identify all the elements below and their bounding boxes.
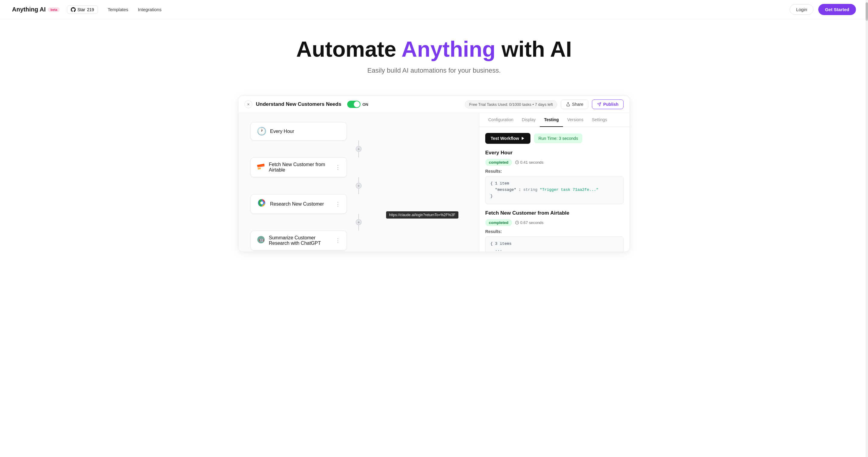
nav-integrations[interactable]: Integrations xyxy=(138,7,161,12)
github-star-count: 219 xyxy=(87,7,94,12)
toggle-label: ON xyxy=(362,102,368,107)
tooltip-url: https://claude.ai/login?returnTo=%2F%3F xyxy=(389,213,456,217)
time-badge-1: 0.41 seconds xyxy=(515,160,544,164)
get-started-button[interactable]: Get Started xyxy=(818,4,856,15)
code-block-2: { 3 items ... xyxy=(485,236,624,252)
tab-configuration[interactable]: Configuration xyxy=(484,113,518,127)
brand-name: Anything AI xyxy=(12,6,45,13)
node-research-label: Research New Customer xyxy=(270,201,324,207)
node-summarize-menu[interactable]: ⋮ xyxy=(335,237,341,244)
node-fetch-airtable[interactable]: Fetch New Customer from Airtable ⋮ xyxy=(250,157,347,177)
test-workflow-label: Test Workflow xyxy=(491,136,519,141)
nav-right: Login Get Started xyxy=(789,4,856,15)
connector-line-2 xyxy=(358,177,359,183)
clock-icon: 🕐 xyxy=(257,127,267,136)
panel-tabs: Configuration Display Testing Versions S… xyxy=(479,113,629,127)
beta-badge: beta xyxy=(48,7,60,12)
url-tooltip: https://claude.ai/login?returnTo=%2F%3F xyxy=(386,211,458,218)
connector-line-2b xyxy=(358,189,359,194)
headline-end: with AI xyxy=(495,37,572,61)
add-node-2[interactable] xyxy=(355,183,362,189)
add-node-3[interactable] xyxy=(355,219,362,225)
panel-content: Test Workflow Run Time: 3 seconds Every … xyxy=(479,127,629,252)
headline-highlight: Anything xyxy=(401,37,495,61)
time-value-1: 0.41 seconds xyxy=(520,160,544,164)
workflow-canvas[interactable]: 🕐 Every Hour xyxy=(239,113,479,252)
test-workflow-button[interactable]: Test Workflow xyxy=(485,133,530,144)
time-badge-2: 0.67 seconds xyxy=(515,220,544,225)
connector-2 xyxy=(250,177,467,194)
results-label-2: Results: xyxy=(485,229,624,234)
node-every-hour-label: Every Hour xyxy=(270,129,294,134)
publish-icon xyxy=(597,102,601,106)
status-badge-2: completed xyxy=(485,219,512,226)
close-icon: × xyxy=(247,102,250,107)
page-scrollbar[interactable] xyxy=(866,0,868,261)
node-research[interactable]: Research New Customer ⋮ xyxy=(250,194,347,214)
result-title-1: Every Hour xyxy=(485,150,624,156)
results-label-1: Results: xyxy=(485,169,624,174)
node-wrap-every-hour: 🕐 Every Hour xyxy=(250,122,467,157)
result-fetch: Fetch New Customer from Airtable complet… xyxy=(485,210,624,252)
workflow-toggle[interactable] xyxy=(347,101,361,108)
nav-links: Templates Integrations xyxy=(107,7,161,12)
clock-icon-2 xyxy=(515,221,519,224)
node-fetch-label: Fetch New Customer from Airtable xyxy=(269,162,332,173)
hero-headline: Automate Anything with AI xyxy=(6,37,862,61)
result-every-hour: Every Hour completed 0.41 seconds Result… xyxy=(485,150,624,204)
connector-line-1b xyxy=(358,152,359,157)
play-icon xyxy=(521,136,525,141)
nav-templates[interactable]: Templates xyxy=(107,7,128,12)
run-time-badge: Run Time: 3 seconds xyxy=(534,133,582,143)
hero-subtext: Easily build AI automations for your bus… xyxy=(6,67,862,74)
share-button[interactable]: Share xyxy=(561,99,588,109)
code-block-1: { 1 item "message" : string "Trigger tas… xyxy=(485,176,624,204)
chatgpt-icon: 🤖 xyxy=(257,236,265,246)
toggle-wrap: ON xyxy=(347,101,368,108)
tab-display[interactable]: Display xyxy=(518,113,540,127)
connector-1 xyxy=(250,141,467,157)
svg-point-7 xyxy=(260,202,263,204)
node-research-menu[interactable]: ⋮ xyxy=(335,201,341,207)
side-panel: Configuration Display Testing Versions S… xyxy=(479,113,629,252)
test-bar: Test Workflow Run Time: 3 seconds xyxy=(485,133,624,144)
connector-line-3b xyxy=(358,225,359,231)
share-label: Share xyxy=(572,102,583,107)
share-icon xyxy=(566,102,570,106)
node-wrap-fetch: Fetch New Customer from Airtable ⋮ xyxy=(250,157,467,194)
node-summarize-label: Summarize Customer Research with ChatGPT xyxy=(269,235,332,246)
login-button[interactable]: Login xyxy=(789,4,813,15)
airtable-icon xyxy=(257,162,265,173)
publish-label: Publish xyxy=(603,102,618,107)
publish-button[interactable]: Publish xyxy=(592,99,624,109)
status-row-2: completed 0.67 seconds xyxy=(485,219,624,226)
github-star-button[interactable]: Star 219 xyxy=(67,5,98,14)
demo-container: × Understand New Customers Needs ON Free… xyxy=(238,96,630,252)
headline-start: Automate xyxy=(296,37,401,61)
github-icon xyxy=(71,7,76,12)
node-every-hour[interactable]: 🕐 Every Hour xyxy=(250,122,347,141)
connector-line-3 xyxy=(358,214,359,219)
status-row-1: completed 0.41 seconds xyxy=(485,159,624,166)
github-star-label: Star xyxy=(78,7,85,12)
node-fetch-menu[interactable]: ⋮ xyxy=(335,164,341,171)
connector-line-1 xyxy=(358,141,359,146)
tab-settings[interactable]: Settings xyxy=(588,113,612,127)
node-wrap-summarize: 🤖 Summarize Customer Research with ChatG… xyxy=(250,231,467,250)
status-badge-1: completed xyxy=(485,159,512,166)
tab-versions[interactable]: Versions xyxy=(563,113,588,127)
trial-badge: Free Trial Tasks Used: 0/1000 tasks • 7 … xyxy=(465,100,557,109)
workflow-title: Understand New Customers Needs xyxy=(256,101,341,107)
time-value-2: 0.67 seconds xyxy=(520,220,544,225)
svg-marker-10 xyxy=(522,137,524,140)
node-summarize[interactable]: 🤖 Summarize Customer Research with ChatG… xyxy=(250,231,347,250)
tab-testing[interactable]: Testing xyxy=(540,113,563,127)
demo-toolbar: × Understand New Customers Needs ON Free… xyxy=(239,96,629,113)
hero-section: Automate Anything with AI Easily build A… xyxy=(0,19,868,87)
brand: Anything AI beta xyxy=(12,6,60,13)
close-button[interactable]: × xyxy=(244,100,252,108)
chrome-icon xyxy=(257,199,267,209)
result-title-2: Fetch New Customer from Airtable xyxy=(485,210,624,216)
svg-rect-4 xyxy=(258,167,261,170)
add-node-1[interactable] xyxy=(355,146,362,152)
